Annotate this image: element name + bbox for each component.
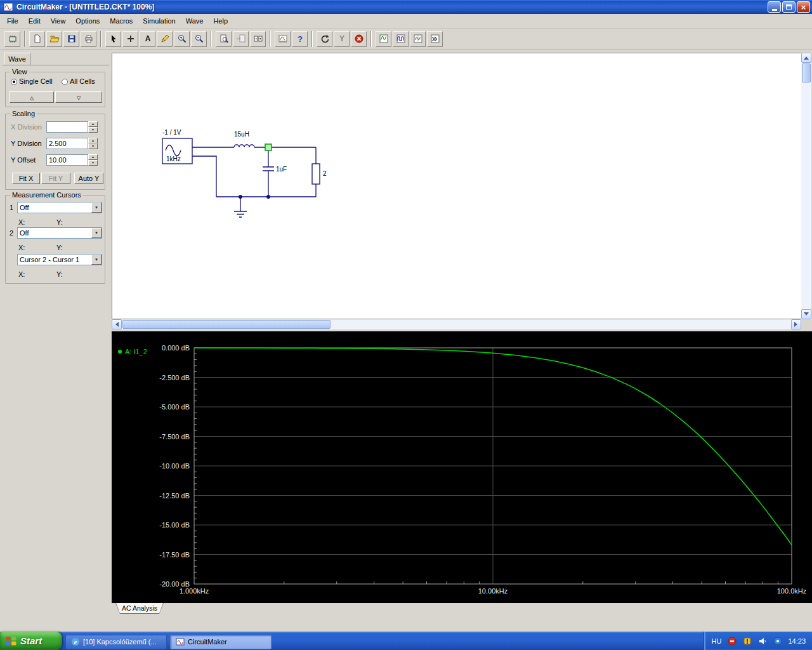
split-view-button[interactable] <box>250 31 266 47</box>
radio-all-cells[interactable]: All Cells <box>62 77 95 85</box>
capacitor[interactable] <box>263 167 274 171</box>
oscilloscope-button[interactable] <box>410 31 426 47</box>
y-offset-field[interactable] <box>46 154 88 166</box>
x-division-field[interactable] <box>46 121 88 133</box>
tab-wave[interactable]: Wave <box>4 53 30 65</box>
add-part-button[interactable] <box>122 31 138 47</box>
dropdown-arrow-icon[interactable]: ▼ <box>91 202 102 213</box>
reset-simulation-button[interactable] <box>317 31 332 47</box>
system-tray: HU 14:23 <box>704 632 812 650</box>
spin-down-icon[interactable]: ▼ <box>88 127 98 133</box>
inductor[interactable] <box>234 145 254 147</box>
fit-y-button: Fit Y <box>41 173 70 184</box>
cursor1-x-label: X: <box>18 218 25 226</box>
scrollbar-right-button[interactable] <box>791 319 801 329</box>
taskbar-clock[interactable]: 14:23 <box>788 637 806 645</box>
print-button[interactable] <box>81 31 96 47</box>
cursor2-x-label: X: <box>18 244 25 251</box>
analog-waveforms-button[interactable] <box>376 31 391 47</box>
x-division-spinner[interactable]: ▲▼ <box>88 121 98 133</box>
horizontal-scrollbar[interactable] <box>112 319 801 329</box>
parts-browser-button[interactable] <box>4 31 20 47</box>
cursor-difference-dropdown[interactable]: Cursor 2 - Cursor 1▼ <box>17 254 102 265</box>
minimize-button[interactable] <box>768 1 781 13</box>
logic-analyzer-button[interactable] <box>427 31 443 47</box>
close-button[interactable]: × <box>797 1 810 13</box>
app-icon[interactable] <box>3 2 13 12</box>
help-button[interactable]: ? <box>292 31 308 47</box>
scrollbar-left-button[interactable] <box>112 319 122 329</box>
volume-icon[interactable] <box>757 636 767 646</box>
scroll-up-button[interactable]: △ <box>10 91 54 103</box>
horizontal-scrollbar-thumb[interactable] <box>122 320 331 329</box>
menu-item-wave[interactable]: Wave <box>181 15 209 27</box>
scrollbar-down-button[interactable] <box>801 309 811 319</box>
menu-item-edit[interactable]: Edit <box>23 15 46 27</box>
text-tool-button[interactable]: A <box>140 31 155 47</box>
y-offset-spinner[interactable]: ▲▼ <box>88 154 98 166</box>
save-button[interactable] <box>63 31 79 47</box>
menu-item-macros[interactable]: Macros <box>105 15 138 27</box>
down-triangle-icon: ▽ <box>77 95 81 101</box>
waveform-plot[interactable]: 0.000 dB-2.500 dB-5.000 dB-7.500 dB-10.0… <box>112 331 812 603</box>
y-division-field[interactable] <box>46 138 88 149</box>
stop-simulation-button[interactable] <box>351 31 367 47</box>
zoom-out-button[interactable] <box>191 31 207 47</box>
schematic-area[interactable]: -1 / 1V 1kHz 15uH 1uF 2 <box>112 53 801 319</box>
page-arrow-icon <box>236 34 246 44</box>
page-copy-button[interactable] <box>233 31 249 47</box>
zoom-in-button[interactable] <box>174 31 190 47</box>
spin-up-icon[interactable]: ▲ <box>88 138 98 143</box>
vertical-scrollbar-thumb[interactable] <box>802 63 811 83</box>
menu-item-simulation[interactable]: Simulation <box>138 15 180 27</box>
wires[interactable] <box>192 147 316 197</box>
digital-waveforms-button[interactable] <box>393 31 409 47</box>
vertical-scrollbar[interactable] <box>801 53 811 319</box>
spin-down-icon[interactable]: ▼ <box>88 143 98 149</box>
text-tool-icon: A <box>143 34 153 44</box>
tray-icon-red[interactable] <box>727 636 737 646</box>
delete-tool-button[interactable] <box>157 31 173 47</box>
menu-item-file[interactable]: File <box>2 15 23 27</box>
window-title: CircuitMaker - [UNTITLED.CKT* 100%] <box>16 3 768 11</box>
arrow-tool-button[interactable] <box>105 31 121 47</box>
run-analyses-button[interactable] <box>275 31 291 47</box>
menu-item-options[interactable]: Options <box>70 15 105 27</box>
schematic-canvas[interactable]: -1 / 1V 1kHz 15uH 1uF 2 <box>112 53 801 319</box>
dropdown-arrow-icon[interactable]: ▼ <box>91 228 102 238</box>
tray-icon-blue[interactable] <box>773 636 782 646</box>
selected-node-marker[interactable] <box>265 144 272 150</box>
find-device-button[interactable] <box>216 31 232 47</box>
fit-x-button[interactable]: Fit X <box>12 173 40 184</box>
tab-ac-analysis[interactable]: AC Analysis <box>115 603 164 614</box>
logic-analyzer-icon <box>430 34 440 44</box>
waveform-plot-area[interactable]: 0.000 dB-2.500 dB-5.000 dB-7.500 dB-10.0… <box>112 331 812 603</box>
probe-tool-button[interactable]: Y <box>334 31 350 47</box>
new-file-button[interactable] <box>29 31 45 47</box>
scroll-down-button[interactable]: ▽ <box>55 91 102 103</box>
menu-item-help[interactable]: Help <box>208 15 233 27</box>
y-division-spinner[interactable]: ▲▼ <box>88 138 98 149</box>
radio-single-cell[interactable]: Single Cell <box>11 77 53 85</box>
auto-y-button[interactable]: Auto Y <box>74 173 103 184</box>
ground-symbol[interactable] <box>234 197 247 217</box>
language-indicator[interactable]: HU <box>712 637 722 645</box>
cursor1-number: 1 <box>10 204 13 211</box>
cursor2-dropdown[interactable]: Off▼ <box>17 227 102 239</box>
resistor[interactable] <box>312 164 320 184</box>
open-file-button[interactable] <box>46 31 62 47</box>
measurement-cursors-group: Measurement Cursors 1 Off▼ X: Y: 2 Off▼ … <box>5 195 105 284</box>
cursor1-y-label: Y: <box>56 218 63 226</box>
spin-up-icon[interactable]: ▲ <box>88 154 98 160</box>
dropdown-arrow-icon[interactable]: ▼ <box>91 255 102 265</box>
taskbar-task-circuitmaker[interactable]: CircuitMaker <box>170 635 272 649</box>
spin-down-icon[interactable]: ▼ <box>88 160 98 166</box>
start-button[interactable]: Start <box>0 632 62 650</box>
taskbar-task-browser[interactable]: e [10] Kapcsolóüzemű (... <box>65 635 167 649</box>
cursor1-dropdown[interactable]: Off▼ <box>17 202 102 213</box>
menu-item-view[interactable]: View <box>46 15 71 27</box>
spin-up-icon[interactable]: ▲ <box>88 121 98 127</box>
restore-button[interactable] <box>782 1 796 13</box>
scrollbar-up-button[interactable] <box>801 53 811 63</box>
tray-icon-yellow[interactable] <box>742 636 752 646</box>
